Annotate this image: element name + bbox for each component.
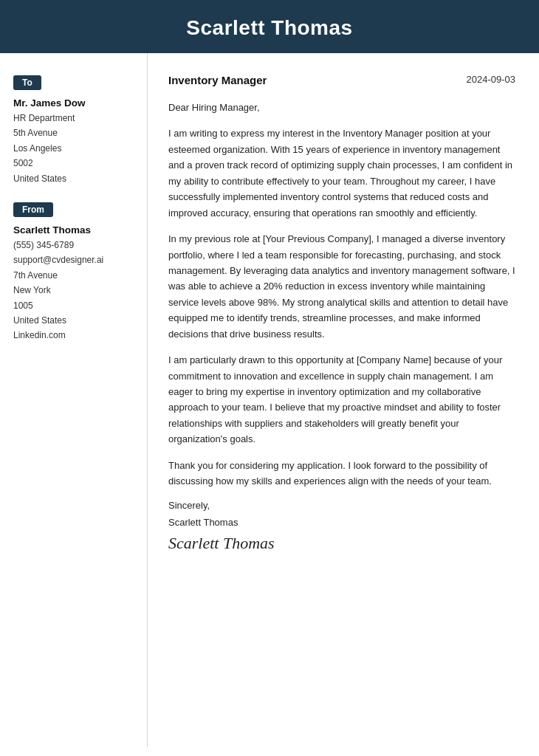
page: Scarlett Thomas To Mr. James Dow HR Depa…: [0, 0, 539, 756]
recipient-name: Mr. James Dow: [13, 97, 134, 109]
letter-position: Inventory Manager: [168, 74, 267, 86]
letter-date: 2024-09-03: [467, 74, 516, 85]
paragraph2: In my previous role at [Your Previous Co…: [168, 231, 515, 342]
sender-address1: 7th Avenue: [13, 268, 134, 283]
body-area: To Mr. James Dow HR Department 5th Avenu…: [0, 53, 539, 747]
from-badge: From: [13, 202, 53, 217]
sidebar: To Mr. James Dow HR Department 5th Avenu…: [0, 53, 148, 747]
sender-phone: (555) 345-6789: [13, 238, 134, 252]
to-badge: To: [13, 75, 41, 90]
recipient-line1: HR Department: [13, 111, 134, 126]
main-content: Inventory Manager 2024-09-03 Dear Hiring…: [148, 53, 539, 747]
salutation: Dear Hiring Manager,: [168, 100, 515, 115]
recipient-line3: Los Angeles: [13, 141, 134, 156]
to-section: To Mr. James Dow HR Department 5th Avenu…: [13, 75, 134, 186]
signature-cursive: Scarlett Thomas: [168, 534, 515, 553]
full-name: Scarlett Thomas: [0, 16, 539, 40]
sender-email: support@cvdesigner.ai: [13, 252, 134, 267]
letter-body: Dear Hiring Manager, I am writing to exp…: [168, 100, 515, 489]
from-section: From Scarlett Thomas (555) 345-6789 supp…: [13, 202, 134, 343]
paragraph1: I am writing to express my interest in t…: [168, 126, 515, 221]
closing-line1: Sincerely,: [168, 500, 515, 511]
sender-address4: United States: [13, 313, 134, 328]
header: Scarlett Thomas: [0, 0, 539, 53]
recipient-line2: 5th Avenue: [13, 126, 134, 140]
closing-line2: Scarlett Thomas: [168, 517, 515, 528]
sender-name: Scarlett Thomas: [13, 224, 134, 236]
sender-address3: 1005: [13, 298, 134, 313]
paragraph3: I am particularly drawn to this opportun…: [168, 352, 515, 447]
sender-website: Linkedin.com: [13, 328, 134, 343]
recipient-line5: United States: [13, 171, 134, 186]
sender-address2: New York: [13, 283, 134, 298]
paragraph4: Thank you for considering my application…: [168, 458, 515, 489]
recipient-line4: 5002: [13, 156, 134, 171]
letter-header-row: Inventory Manager 2024-09-03: [168, 74, 515, 86]
